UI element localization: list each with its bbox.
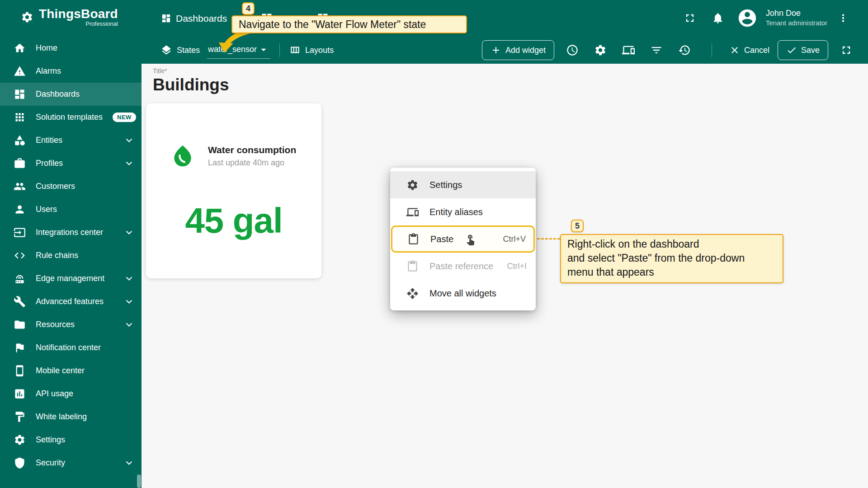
layouts-button[interactable]: Layouts (289, 44, 334, 56)
save-label: Save (801, 46, 820, 55)
brand-name: ThingsBoard (39, 7, 118, 21)
sidebar-item-users[interactable]: Users (0, 198, 142, 221)
cancel-label: Cancel (744, 46, 769, 55)
sidebar-item-integrations-center[interactable]: Integrations center (0, 221, 142, 244)
brand-logo[interactable]: ThingsBoard Professional (21, 7, 118, 27)
menu-item-label: Move all widgets (429, 288, 496, 299)
sidebar-item-solution-templates[interactable]: Solution templates NEW (0, 106, 142, 129)
dashboard-title[interactable]: Buildings (153, 75, 229, 94)
fullscreen-icon (840, 44, 853, 56)
entity-aliases-button[interactable] (618, 40, 638, 60)
save-button[interactable]: Save (778, 40, 828, 60)
dashboard-title-field-label: Title* (153, 67, 167, 75)
sidebar-item-label: Resources (36, 320, 75, 329)
states-layers-icon (160, 44, 172, 56)
sidebar-item-home[interactable]: Home (0, 37, 142, 60)
sidebar-item-customers[interactable]: Customers (0, 175, 142, 198)
settings-gear-icon (14, 434, 26, 446)
sidebar-item-white-labeling[interactable]: White labeling (0, 405, 142, 428)
mobile-phone-icon (14, 365, 26, 377)
chevron-down-icon (123, 457, 135, 469)
water-drop-icon (170, 143, 195, 169)
sidebar-item-edge-management[interactable]: Edge management (0, 267, 142, 290)
sidebar-item-label: Customers (36, 182, 75, 191)
sidebar-item-resources[interactable]: Resources (0, 313, 142, 336)
sidebar-item-advanced-features[interactable]: Advanced features (0, 290, 142, 313)
sidebar-item-settings[interactable]: Settings (0, 428, 142, 451)
add-widget-button[interactable]: Add widget (482, 40, 554, 60)
step-5-callout: Right-click on the dashboard and select … (560, 234, 783, 283)
devices-icon (622, 44, 635, 56)
sidebar-item-profiles[interactable]: Profiles (0, 152, 142, 175)
version-history-button[interactable] (675, 40, 694, 60)
sidebar-item-entities[interactable]: Entities (0, 129, 142, 152)
timewindow-button[interactable] (562, 40, 582, 60)
user-name: John Doe (766, 9, 827, 18)
water-consumption-widget[interactable]: Water consumption Last update 40m ago 45… (146, 103, 321, 278)
dashboard-settings-button[interactable] (590, 40, 610, 60)
solution-templates-icon (14, 111, 26, 123)
header-fullscreen-button[interactable] (684, 12, 696, 24)
chevron-down-icon (123, 226, 135, 239)
sidebar-item-label: Settings (36, 435, 65, 445)
cancel-button[interactable]: Cancel (729, 45, 769, 56)
toolbar-divider (279, 43, 280, 57)
dashboards-breadcrumb-icon (161, 13, 171, 23)
notifications-button[interactable] (712, 12, 724, 24)
menu-item-settings[interactable]: Settings (390, 171, 536, 198)
menu-item-paste[interactable]: Paste Ctrl+V (391, 225, 535, 253)
toolbar-fullscreen-button[interactable] (836, 40, 856, 60)
sidebar-item-label: Entities (36, 136, 62, 145)
add-widget-label: Add widget (505, 46, 546, 55)
menu-item-label: Entity aliases (429, 207, 483, 217)
brand-text: ThingsBoard Professional (39, 7, 118, 27)
sidebar-item-alarms[interactable]: Alarms (0, 60, 142, 83)
account-circle-icon (737, 8, 758, 28)
thingsboard-screen: ThingsBoard Professional Dashboards John… (0, 0, 868, 488)
menu-item-move-all-widgets[interactable]: Move all widgets (390, 280, 536, 307)
rule-chains-icon (14, 249, 26, 262)
step-5-badge: 5 (571, 220, 584, 232)
advanced-features-icon (14, 296, 26, 308)
states-label: States (177, 46, 200, 55)
step-5-connector-line (537, 238, 560, 239)
users-icon (14, 203, 26, 216)
sidebar-item-rule-chains[interactable]: Rule chains (0, 244, 142, 267)
sidebar-item-dashboards[interactable]: Dashboards (0, 83, 142, 106)
menu-item-label: Settings (429, 180, 462, 190)
step-4-badge: 4 (242, 2, 255, 15)
sidebar-item-label: White labeling (36, 412, 87, 422)
sidebar-item-api-usage[interactable]: API usage (0, 382, 142, 405)
hand-cursor-icon (464, 233, 476, 245)
sidebar-item-notification-center[interactable]: Notification center (0, 336, 142, 359)
context-menu: Settings Entity aliases Paste Ctrl+V Pas… (390, 168, 536, 310)
api-usage-chart-icon (14, 388, 26, 400)
sidebar-nav: Home Alarms Dashboards Solution template… (0, 37, 142, 488)
sidebar-item-security[interactable]: Security (0, 451, 142, 474)
states-button[interactable]: States (160, 44, 200, 56)
sidebar-item-label: Advanced features (36, 297, 104, 306)
user-menu[interactable]: John Doe Tenant administrator (766, 9, 827, 27)
gear-icon (406, 179, 419, 191)
step-4-callout: Navigate to the "Water Flow Meter" state (231, 15, 467, 33)
toolbar-right-group: Add widget Cancel (482, 40, 856, 60)
alarm-warning-icon (14, 65, 26, 77)
user-avatar[interactable] (737, 8, 758, 28)
home-icon (14, 42, 26, 54)
layouts-columns-icon (289, 44, 301, 56)
header-overflow-menu-button[interactable] (837, 12, 849, 24)
filters-button[interactable] (646, 40, 666, 60)
check-icon (786, 45, 797, 56)
menu-item-entity-aliases[interactable]: Entity aliases (390, 198, 536, 225)
sidebar-item-label: Alarms (36, 66, 61, 76)
fullscreen-icon (684, 12, 696, 24)
clock-icon (566, 44, 579, 56)
brand-subtitle: Professional (39, 20, 118, 27)
sidebar-item-label: API usage (36, 389, 73, 399)
sidebar-item-label: Security (36, 458, 65, 468)
paste-clipboard-icon (407, 233, 420, 245)
sidebar-item-mobile-center[interactable]: Mobile center (0, 359, 142, 382)
sidebar-scrollbar-thumb[interactable] (137, 474, 141, 488)
layouts-label: Layouts (305, 46, 334, 55)
chevron-down-icon (123, 296, 135, 308)
